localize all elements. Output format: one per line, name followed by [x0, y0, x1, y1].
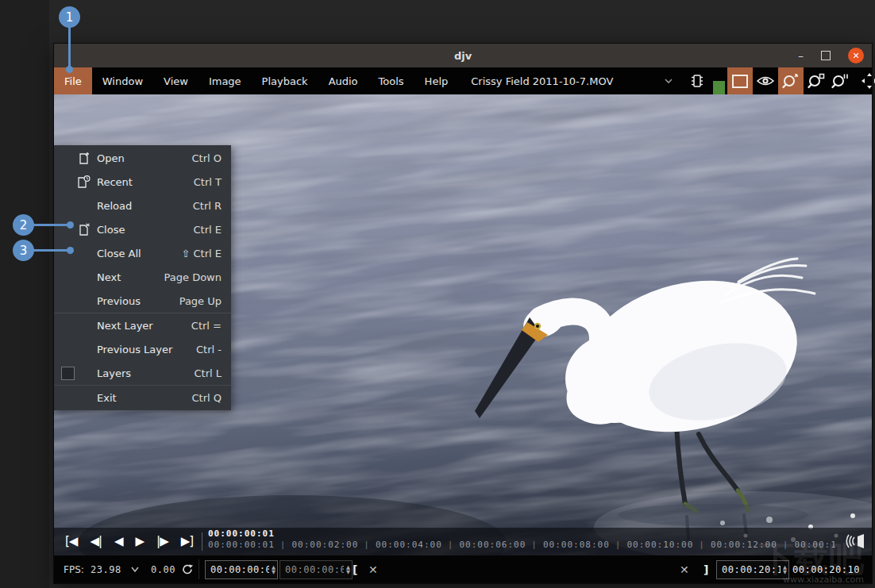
cached-frame-spinbox: ▲▼ [279, 555, 353, 583]
chip-button[interactable] [686, 67, 708, 94]
fps-value: 23.98 [91, 555, 121, 583]
zoom-fit-icon [781, 71, 800, 90]
loop-icon[interactable] [181, 555, 194, 583]
media-title-dropdown[interactable]: Crissy Field 2011-10-7.MOV [461, 67, 683, 94]
menu-item-previous-layer[interactable]: Previous Layer Ctrl - [54, 337, 231, 361]
layers-checkbox[interactable] [61, 367, 75, 380]
menu-item-layers[interactable]: Layers Ctrl L [54, 361, 231, 385]
menu-view[interactable]: View [153, 67, 199, 94]
stepper-arrows[interactable]: ▲▼ [783, 565, 787, 575]
play-forward-button[interactable]: ▶ [131, 528, 149, 555]
menu-item-exit[interactable]: Exit Ctrl Q [54, 386, 231, 409]
menu-item-recent[interactable]: Recent Ctrl T [54, 170, 231, 194]
menu-item-open[interactable]: Open Ctrl O [54, 146, 231, 170]
in-point-bracket[interactable]: [ [353, 555, 357, 583]
zoom-actual-button[interactable] [805, 67, 827, 94]
menu-window[interactable]: Window [92, 67, 153, 94]
callout-1-dot [66, 66, 73, 73]
audio-speaker-icon[interactable] [845, 533, 865, 549]
fps-label: FPS: [64, 555, 84, 583]
chip-icon [688, 72, 706, 90]
clear-in-point-icon[interactable]: ✕ [368, 555, 378, 583]
out-point-bracket[interactable]: ] [703, 555, 708, 583]
callout-1: 1 [59, 6, 80, 28]
menu-item-reload[interactable]: Reload Ctrl R [54, 194, 231, 217]
callout-2-dot [67, 221, 74, 229]
color-swatch [713, 81, 725, 94]
transport-controls: [◀ ◀| ◀ ▶ |▶ ▶] [60, 528, 198, 555]
zoom-frame-button[interactable] [829, 67, 851, 94]
go-end-button[interactable]: ▶] [176, 528, 198, 555]
menu-playback[interactable]: Playback [252, 67, 318, 94]
eye-icon [756, 75, 775, 87]
out-time-input[interactable] [722, 564, 781, 575]
menu-help[interactable]: Help [414, 67, 459, 94]
pan-button[interactable] [858, 67, 875, 94]
video-viewport[interactable]: [◀ ◀| ◀ ▶ |▶ ▶] 00:00:00:01 00:00:00:01|… [54, 94, 872, 555]
current-timecode: 00:00:00:01 [208, 529, 835, 538]
document-close-icon [78, 223, 91, 236]
clear-out-point-icon[interactable]: ✕ [680, 555, 689, 583]
callout-3-dot [67, 247, 74, 254]
window-title: djv [54, 50, 872, 62]
frame-icon [732, 75, 748, 88]
zoom-frame-icon [831, 71, 850, 90]
djv-window: djv – ✕ File Window View Image Playback … [54, 44, 872, 583]
callout-2-number: 2 [13, 214, 34, 236]
zoom-fit-button[interactable] [778, 67, 804, 94]
callout-1-line [68, 27, 71, 67]
callout-3-line [33, 249, 68, 252]
callout-3-number: 3 [13, 240, 34, 261]
go-start-button[interactable]: [◀ [60, 528, 82, 555]
callout-2-line [33, 224, 68, 226]
callout-3: 3 [13, 240, 34, 261]
timeline-ruler[interactable]: 00:00:00:01|00:00:02:00|00:00:04:00|00:0… [208, 540, 835, 549]
frame-time-input[interactable] [210, 564, 269, 575]
timeline-bar[interactable]: [◀ ◀| ◀ ▶ |▶ ▶] 00:00:00:01 00:00:00:01|… [54, 528, 872, 555]
maximize-button[interactable] [821, 51, 831, 60]
menu-image[interactable]: Image [199, 67, 252, 94]
speed-value: 0.00 [151, 555, 175, 583]
menu-item-next[interactable]: Next Page Down [54, 265, 231, 289]
document-new-icon [78, 152, 91, 165]
menu-tools[interactable]: Tools [368, 67, 414, 94]
close-button[interactable]: ✕ [848, 48, 864, 63]
desktop: djv – ✕ File Window View Image Playback … [0, 0, 875, 588]
menu-audio[interactable]: Audio [318, 67, 368, 94]
callout-1-number: 1 [59, 6, 80, 28]
document-recent-icon [78, 175, 91, 189]
frame-prev-button[interactable]: ◀| [85, 528, 106, 555]
titlebar[interactable]: djv – ✕ [54, 44, 872, 67]
menu-item-previous[interactable]: Previous Page Up [54, 289, 231, 313]
frame-next-button[interactable]: |▶ [152, 528, 173, 555]
frame-spinbox: ▲▼ [205, 555, 278, 583]
divider [202, 532, 202, 551]
frame-view-button[interactable] [727, 67, 753, 94]
menu-file[interactable]: File [54, 67, 92, 94]
callout-2: 2 [13, 214, 34, 236]
visibility-button[interactable] [754, 67, 777, 94]
pan-icon [860, 71, 875, 90]
menu-item-next-layer[interactable]: Next Layer Ctrl = [54, 313, 231, 337]
file-menu: Open Ctrl O Recent Ctrl T Reload Ctrl R [54, 145, 231, 410]
timeline-times: 00:00:00:01 00:00:00:01|00:00:02:00|00:0… [208, 529, 835, 549]
fps-dropdown-chevron[interactable] [130, 555, 140, 583]
stepper-arrows[interactable]: ▲▼ [272, 565, 276, 575]
view-toolbar: ⚙ [686, 67, 875, 94]
play-reverse-button[interactable]: ◀ [110, 528, 128, 555]
media-title-text: Crissy Field 2011-10-7.MOV [471, 75, 613, 87]
zoom-actual-icon [807, 71, 826, 90]
chevron-down-icon [664, 78, 673, 84]
menubar: File Window View Image Playback Audio To… [54, 67, 872, 94]
duration-value: 00:00:20:10 [792, 555, 860, 583]
menu-item-close[interactable]: Close Ctrl E [54, 217, 231, 241]
menu-item-close-all[interactable]: Close All ⇧ Ctrl E [54, 241, 231, 265]
status-bar: FPS: 23.98 0.00 ▲▼ ▲▼ [54, 555, 872, 583]
stepper-arrows[interactable]: ▲▼ [346, 565, 350, 575]
cached-time-input[interactable] [285, 564, 344, 575]
divider [199, 559, 199, 579]
minimize-button[interactable]: – [798, 52, 804, 60]
out-point-spinbox: ▲▼ [716, 555, 789, 583]
